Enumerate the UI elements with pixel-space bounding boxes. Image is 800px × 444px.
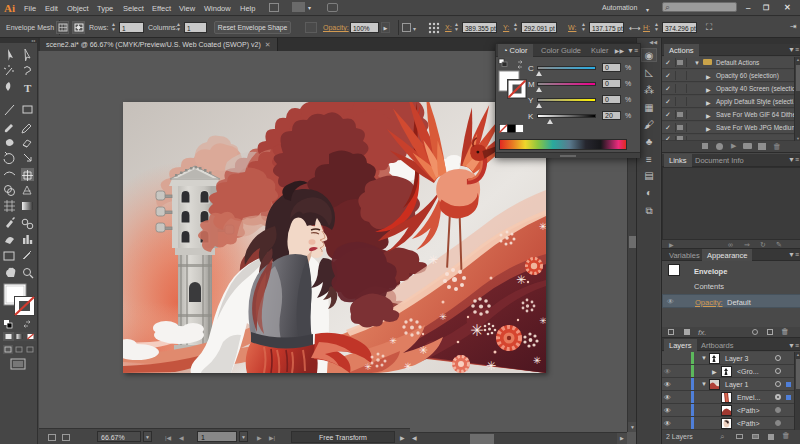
svg-text:✳: ✳	[533, 355, 541, 366]
svg-text:✳: ✳	[470, 322, 483, 339]
svg-text:✳: ✳	[418, 344, 427, 356]
svg-text:✳: ✳	[389, 336, 397, 346]
svg-text:✳: ✳	[428, 253, 438, 267]
svg-text:✳: ✳	[364, 362, 372, 372]
svg-text:✳: ✳	[439, 312, 447, 322]
svg-text:✳: ✳	[539, 221, 546, 232]
svg-text:T: T	[24, 82, 32, 94]
svg-text:✳: ✳	[404, 361, 412, 372]
svg-text:✳: ✳	[486, 359, 496, 373]
svg-text:✳: ✳	[516, 273, 526, 287]
svg-text:✳: ✳	[539, 316, 546, 326]
